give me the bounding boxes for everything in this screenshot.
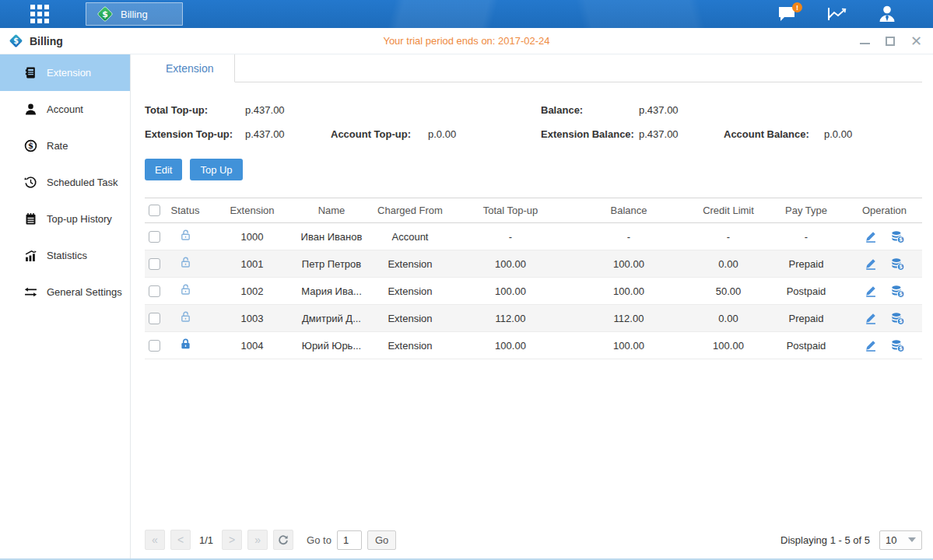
cell-pay-type: - [766,223,847,250]
page-size-select[interactable]: 10 [879,530,922,550]
cell-extension: 1004 [207,332,297,359]
cell-balance: 100.00 [566,332,691,359]
cell-charged-from: Extension [366,250,454,278]
prev-page-button[interactable]: < [170,530,191,550]
edit-icon[interactable] [864,339,878,352]
lock-open-icon [179,229,192,242]
taskbar-tab-billing[interactable]: $ Billing [86,2,183,26]
cell-name: Иван Иванов [297,223,366,250]
user-icon[interactable] [875,4,899,24]
scheduled-task-icon [23,176,37,189]
goto-page-input[interactable] [337,530,362,550]
sidebar-item-label: Statistics [47,250,87,261]
sidebar-item-label: General Settings [47,286,122,298]
next-page-button[interactable]: > [222,530,242,550]
cell-credit-limit: 100.00 [691,332,766,359]
total-topup-label: Total Top-up: [145,104,245,116]
row-checkbox[interactable] [149,313,160,324]
extension-table: Status Extension Name Charged From Total… [145,198,922,359]
sidebar-item-statistics[interactable]: Statistics [0,237,130,274]
svg-text:$: $ [27,142,33,150]
rate-icon: $ [23,139,37,152]
topup-icon[interactable]: $ [890,257,905,271]
col-operation: Operation [847,198,922,223]
trial-notice: Your trial period ends on: 2017-02-24 [0,35,933,47]
cell-pay-type: Postpaid [766,278,847,305]
svg-text:$: $ [899,291,903,297]
sidebar: Extension Account $ Rate [0,54,131,558]
chevron-down-icon [908,537,916,542]
topup-history-icon [23,212,37,226]
edit-button[interactable]: Edit [145,159,182,180]
top-bar: $ Billing ! [0,0,933,28]
table-row: 1000Иван ИвановAccount---- $ [145,223,922,250]
lock-closed-icon [179,338,192,351]
row-checkbox[interactable] [149,231,160,243]
maximize-button[interactable] [886,37,895,46]
col-name: Name [297,198,366,223]
sidebar-item-label: Extension [47,67,91,79]
sidebar-item-scheduled-task[interactable]: Scheduled Task [0,164,130,201]
table-row: 1001Петр ПетровExtension100.00100.000.00… [145,250,922,278]
edit-icon[interactable] [864,257,878,271]
topup-icon[interactable]: $ [890,339,905,352]
resource-monitor-icon[interactable] [826,4,849,24]
lock-open-icon [179,256,192,269]
cell-pay-type: Prepaid [766,250,847,278]
displaying-text: Displaying 1 - 5 of 5 [780,534,870,546]
messages-icon[interactable]: ! [776,4,799,24]
main-panel: Extension Total Top-up: p.437.00 Balance… [131,54,933,558]
topup-icon[interactable]: $ [890,285,905,298]
svg-text:$: $ [899,345,903,352]
cell-total-topup: - [454,223,566,250]
col-balance: Balance [566,198,691,223]
extension-topup-label: Extension Top-up: [145,128,245,140]
table-row: 1003Дмитрий Д...Extension112.00112.000.0… [145,305,922,332]
col-total-topup: Total Top-up [454,198,566,223]
col-pay-type: Pay Type [766,198,847,223]
cell-pay-type: Prepaid [766,305,847,332]
lock-open-icon [179,283,192,296]
extension-topup-value: p.437.00 [245,128,331,140]
sidebar-item-extension[interactable]: Extension [0,54,130,91]
edit-icon[interactable] [864,230,878,243]
close-button[interactable]: ✕ [910,36,922,47]
app-grid-icon[interactable] [26,3,53,25]
first-page-button[interactable]: « [145,530,165,550]
refresh-button[interactable] [273,530,293,550]
edit-icon[interactable] [864,285,878,298]
go-button[interactable]: Go [367,530,396,550]
last-page-button[interactable]: » [247,530,268,550]
balance-value: p.437.00 [639,104,724,116]
topup-button[interactable]: Top Up [190,159,242,180]
cell-extension: 1001 [207,250,297,278]
title-bar: $ Billing Your trial period ends on: 201… [0,28,933,54]
table-row: 1002Мария Ива...Extension100.00100.0050.… [145,278,922,305]
row-checkbox[interactable] [149,258,160,270]
row-checkbox[interactable] [149,285,160,297]
tab-extension[interactable]: Extension [145,54,235,82]
account-icon [23,103,37,116]
topup-icon[interactable]: $ [890,312,905,325]
cell-total-topup: 100.00 [454,278,566,305]
minimize-button[interactable] [860,38,870,44]
table-row: 1004Юрий Юрь...Extension100.00100.00100.… [145,332,922,359]
cell-total-topup: 100.00 [454,250,566,278]
sidebar-item-general-settings[interactable]: General Settings [0,274,130,310]
extension-balance-label: Extension Balance: [541,128,639,140]
edit-icon[interactable] [864,312,878,325]
goto-label: Go to [307,534,331,546]
cell-charged-from: Account [366,223,454,250]
sidebar-item-label: Top-up History [47,213,112,225]
sidebar-item-topup-history[interactable]: Top-up History [0,201,130,237]
svg-text:$: $ [899,236,903,243]
select-all-checkbox[interactable] [149,205,160,216]
sidebar-item-account[interactable]: Account [0,91,130,128]
topup-icon[interactable]: $ [890,230,905,243]
sidebar-item-rate[interactable]: $ Rate [0,128,130,164]
cell-charged-from: Extension [366,332,454,359]
row-checkbox[interactable] [149,340,160,352]
col-charged-from: Charged From [366,198,454,223]
app-window: $ Billing ! [0,0,933,560]
cell-extension: 1002 [207,278,297,305]
